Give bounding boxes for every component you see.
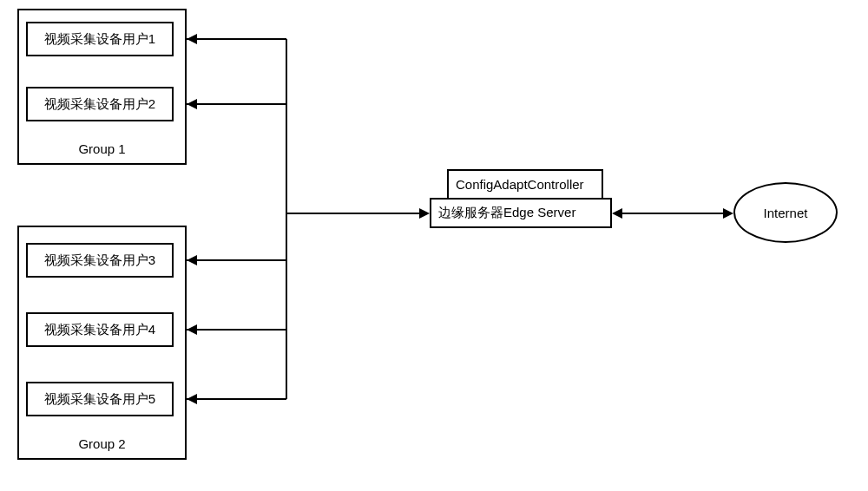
group-2-label: Group 2: [78, 436, 125, 451]
svg-marker-6: [187, 255, 197, 265]
group-1-label: Group 1: [78, 141, 125, 156]
user-label-1: 视频采集设备用户1: [44, 31, 155, 48]
svg-marker-15: [723, 208, 733, 219]
user-label-3: 视频采集设备用户3: [44, 252, 155, 269]
user-box-2: 视频采集设备用户2: [26, 87, 174, 121]
config-controller-label: ConfigAdaptController: [456, 177, 584, 192]
user-box-4: 视频采集设备用户4: [26, 312, 174, 347]
user-label-4: 视频采集设备用户4: [44, 322, 155, 338]
config-controller-box: ConfigAdaptController: [447, 169, 603, 200]
svg-marker-4: [187, 99, 197, 109]
internet-node: Internet: [733, 182, 838, 243]
user-box-3: 视频采集设备用户3: [26, 243, 174, 278]
edge-server-box: 边缘服务器Edge Server: [430, 198, 612, 228]
svg-marker-10: [187, 394, 197, 404]
user-label-5: 视频采集设备用户5: [44, 391, 155, 408]
svg-marker-14: [612, 208, 622, 219]
svg-marker-8: [187, 324, 197, 335]
edge-server-label: 边缘服务器Edge Server: [438, 205, 575, 221]
user-label-2: 视频采集设备用户2: [44, 96, 155, 113]
svg-marker-12: [419, 208, 430, 219]
user-box-5: 视频采集设备用户5: [26, 382, 174, 416]
svg-marker-2: [187, 34, 197, 44]
server-stack: ConfigAdaptController 边缘服务器Edge Server: [430, 169, 612, 228]
internet-label: Internet: [764, 206, 808, 220]
user-box-1: 视频采集设备用户1: [26, 22, 174, 56]
